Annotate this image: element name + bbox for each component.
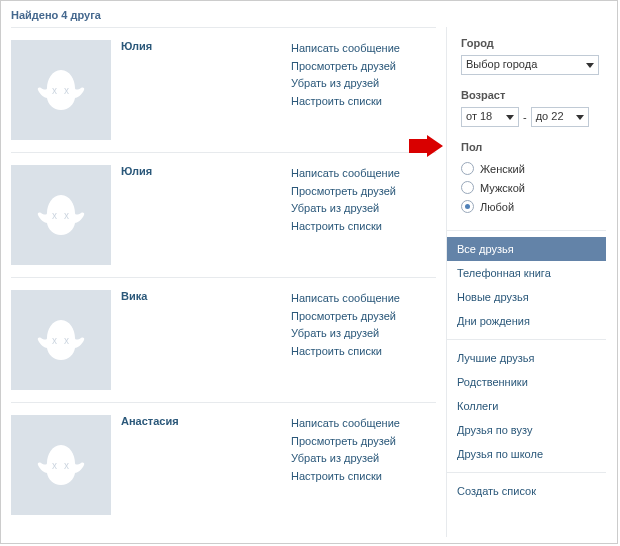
configure-lists-link[interactable]: Настроить списки [291,218,400,236]
friend-name[interactable]: Юлия [121,40,152,52]
age-label: Возраст [461,89,606,101]
svg-text:x: x [64,210,69,221]
friend-row: xx Анастасия Написать сообщение Просмотр… [11,402,436,527]
avatar-placeholder[interactable]: xx [11,290,111,390]
avatar-dog-icon: xx [29,308,93,372]
friend-row: xx Вика Написать сообщение Просмотреть д… [11,277,436,402]
gender-female-radio[interactable]: Женский [461,159,606,178]
friends-list: xx Юлия Написать сообщение Просмотреть д… [1,27,446,537]
radio-icon [461,162,474,175]
configure-lists-link[interactable]: Настроить списки [291,343,400,361]
filter-birthdays[interactable]: Дни рождения [447,309,606,333]
filter-best-friends[interactable]: Лучшие друзья [447,346,606,370]
avatar-dog-icon: xx [29,433,93,497]
city-label: Город [461,37,606,49]
friend-name[interactable]: Вика [121,290,147,302]
svg-marker-8 [409,135,443,157]
view-friends-link[interactable]: Просмотреть друзей [291,58,400,76]
radio-label: Женский [480,163,525,175]
create-list-link[interactable]: Создать список [447,479,606,503]
friend-name[interactable]: Анастасия [121,415,179,427]
svg-text:x: x [52,210,57,221]
radio-icon [461,200,474,213]
svg-text:x: x [64,460,69,471]
gender-any-radio[interactable]: Любой [461,197,606,216]
filter-all-friends[interactable]: Все друзья [447,237,606,261]
write-message-link[interactable]: Написать сообщение [291,40,400,58]
svg-text:x: x [64,335,69,346]
city-select[interactable]: Выбор города [461,55,599,75]
sidebar: Город Выбор города Возраст от 18 - до 22… [446,27,606,537]
friend-row: xx Юлия Написать сообщение Просмотреть д… [11,27,436,152]
radio-label: Мужской [480,182,525,194]
results-header: Найдено 4 друга [1,1,617,27]
friend-row: xx Юлия Написать сообщение Просмотреть д… [11,152,436,277]
avatar-dog-icon: xx [29,58,93,122]
gender-label: Пол [461,141,606,153]
remove-friend-link[interactable]: Убрать из друзей [291,200,400,218]
view-friends-link[interactable]: Просмотреть друзей [291,433,400,451]
age-to-select[interactable]: до 22 [531,107,589,127]
configure-lists-link[interactable]: Настроить списки [291,93,400,111]
friend-name[interactable]: Юлия [121,165,152,177]
divider [447,339,606,340]
filter-university[interactable]: Друзья по вузу [447,418,606,442]
filter-school[interactable]: Друзья по школе [447,442,606,466]
write-message-link[interactable]: Написать сообщение [291,415,400,433]
avatar-placeholder[interactable]: xx [11,165,111,265]
filter-phonebook[interactable]: Телефонная книга [447,261,606,285]
filter-colleagues[interactable]: Коллеги [447,394,606,418]
avatar-dog-icon: xx [29,183,93,247]
age-from-select[interactable]: от 18 [461,107,519,127]
avatar-placeholder[interactable]: xx [11,40,111,140]
highlight-arrow-icon [409,135,443,157]
remove-friend-link[interactable]: Убрать из друзей [291,450,400,468]
remove-friend-link[interactable]: Убрать из друзей [291,75,400,93]
write-message-link[interactable]: Написать сообщение [291,290,400,308]
view-friends-link[interactable]: Просмотреть друзей [291,183,400,201]
age-separator: - [523,111,527,123]
gender-male-radio[interactable]: Мужской [461,178,606,197]
svg-text:x: x [52,460,57,471]
filter-new-friends[interactable]: Новые друзья [447,285,606,309]
svg-text:x: x [64,85,69,96]
remove-friend-link[interactable]: Убрать из друзей [291,325,400,343]
avatar-placeholder[interactable]: xx [11,415,111,515]
radio-label: Любой [480,201,514,213]
divider [447,230,606,231]
write-message-link[interactable]: Написать сообщение [291,165,400,183]
svg-text:x: x [52,335,57,346]
view-friends-link[interactable]: Просмотреть друзей [291,308,400,326]
svg-text:x: x [52,85,57,96]
radio-icon [461,181,474,194]
divider [447,472,606,473]
filter-relatives[interactable]: Родственники [447,370,606,394]
configure-lists-link[interactable]: Настроить списки [291,468,400,486]
